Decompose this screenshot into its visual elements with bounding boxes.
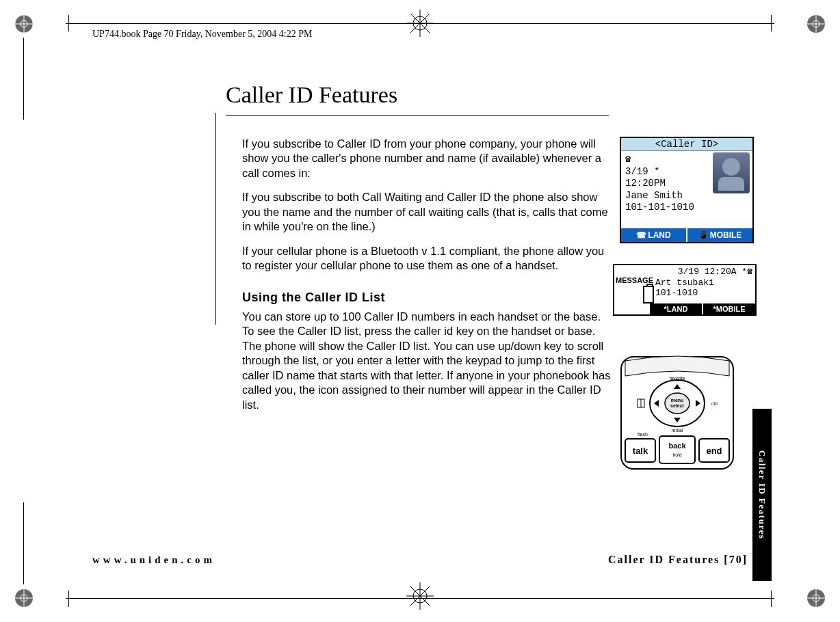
phone-icon: ☎ <box>747 267 752 277</box>
phone-icon: ☎ <box>625 154 631 165</box>
paragraph: If your cellular phone is a Bluetooth v … <box>242 244 612 273</box>
softkey-mobile: *MOBILE <box>702 303 755 314</box>
battery-icon <box>643 286 654 303</box>
back-key: back <box>668 442 686 450</box>
menu-label: menu <box>671 398 684 403</box>
footer-url: www.uniden.com <box>92 554 215 566</box>
phone-icon: ☎ <box>636 230 646 240</box>
flash-label: flash <box>638 432 648 437</box>
mobile-icon: 📱 <box>698 230 709 240</box>
softkey-mobile: 📱MOBILE <box>687 228 752 242</box>
paragraph: If you subscribe to Caller ID from your … <box>242 137 612 180</box>
section-tab: Caller ID Features <box>752 409 772 581</box>
cid-label: cid <box>711 401 718 406</box>
crop-mark-icon <box>804 586 828 610</box>
caller-id-screen-figure: <Caller ID> ☎ 3/19 * 12:20PM Jane Smith … <box>620 137 754 243</box>
hold-label: hold <box>672 452 681 457</box>
crop-mark-icon <box>12 12 36 36</box>
end-key: end <box>706 446 722 456</box>
softkey-land: ☎LAND <box>621 228 687 242</box>
footer-pageref: Caller ID Features [70] <box>608 554 748 566</box>
running-header: UP744.book Page 70 Friday, November 5, 2… <box>92 29 312 40</box>
crop-rule <box>66 23 774 24</box>
avatar-icon <box>713 152 750 193</box>
crop-rule <box>68 15 69 31</box>
crop-mark-icon <box>405 581 435 614</box>
page-title: Caller ID Features <box>226 82 609 108</box>
title-rule <box>226 115 609 116</box>
crop-mark-icon <box>12 586 36 610</box>
base-screen-figure: 3/19 12:20A *☎ MESSAGE Art tsubaki 101-1… <box>613 264 757 316</box>
keypad-figure: menu select favorite cid redial flash ta… <box>620 355 735 470</box>
favorite-label: favorite <box>670 376 685 381</box>
title-divider <box>215 113 216 325</box>
softkey-land: *LAND <box>648 303 702 314</box>
talk-key: talk <box>633 446 648 456</box>
screen-title: <Caller ID> <box>621 138 752 151</box>
screen-date: 3/19 * <box>625 166 659 177</box>
crop-rule <box>23 502 24 584</box>
crop-rule <box>68 591 69 607</box>
screen-caller-number: 101-1010 <box>614 288 755 298</box>
paragraph: If you subscribe to both Call Waiting an… <box>242 190 612 234</box>
screen-caller-name: Jane Smith <box>625 190 683 201</box>
screen-time: 12:20PM <box>625 178 666 189</box>
select-label: select <box>670 403 685 408</box>
crop-rule <box>771 591 772 607</box>
crop-rule <box>23 38 24 120</box>
svg-rect-33 <box>659 436 695 463</box>
paragraph: You can store up to 100 Caller ID number… <box>242 310 612 412</box>
crop-rule <box>771 15 772 31</box>
crop-rule <box>66 598 774 599</box>
crop-mark-icon <box>405 8 435 41</box>
redial-label: redial <box>671 428 683 433</box>
screen-caller-number: 101-101-1010 <box>625 202 694 213</box>
crop-mark-icon <box>804 12 828 36</box>
screen-datetime: 3/19 12:20A * <box>678 267 747 277</box>
subheading: Using the Caller ID List <box>242 290 612 306</box>
